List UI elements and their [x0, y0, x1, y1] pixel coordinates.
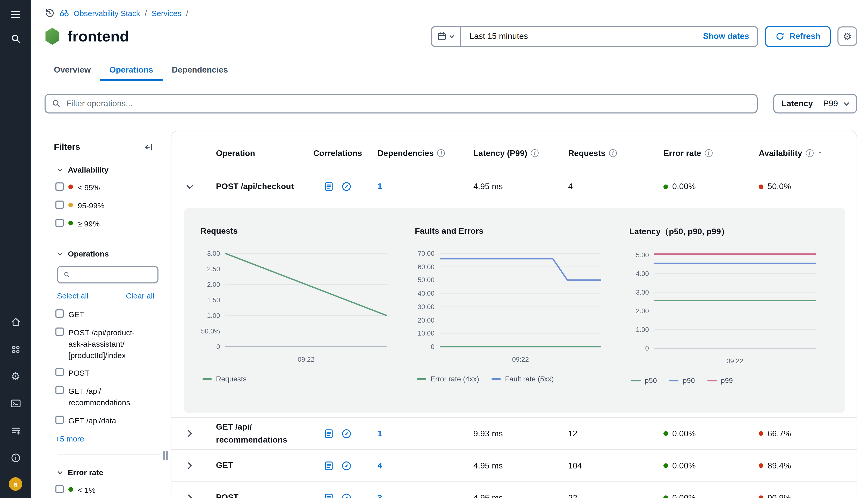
collapse-row-icon[interactable] [172, 183, 208, 191]
filters-section-operations[interactable]: Operations [57, 250, 160, 258]
logs-icon[interactable] [324, 181, 334, 192]
y-axis-tick: 30.00 [418, 303, 435, 311]
status-dot-red [759, 184, 763, 189]
add-widget-icon[interactable] [9, 424, 22, 437]
show-more-link[interactable]: +5 more [55, 434, 84, 443]
filter-operations-input[interactable] [44, 94, 758, 114]
y-axis-tick: 4.00 [636, 270, 649, 277]
filter-option[interactable]: < 1% [55, 485, 160, 496]
breadcrumb-link-services[interactable]: Services [151, 9, 181, 17]
filters-section-error-rate[interactable]: Error rate [57, 468, 160, 477]
history-icon[interactable] [44, 8, 55, 18]
y-axis-tick: 50.00 [418, 276, 435, 284]
apps-icon[interactable] [9, 343, 22, 355]
terminal-icon[interactable] [9, 397, 22, 409]
percentile-select[interactable]: Latency P99 [773, 94, 857, 114]
calendar-button[interactable] [432, 27, 461, 46]
traces-compass-icon[interactable] [341, 181, 352, 192]
legend-item: p50 [631, 376, 657, 384]
tab-dependencies[interactable]: Dependencies [162, 60, 237, 81]
time-range-value[interactable]: Last 15 minutes [461, 31, 703, 41]
checkbox[interactable] [55, 182, 64, 191]
filter-option[interactable]: ≥ 99% [55, 218, 160, 229]
divider [58, 455, 160, 455]
breadcrumb-link-observability-stack[interactable]: Observability Stack [73, 9, 140, 17]
checkbox[interactable] [55, 415, 64, 424]
chevron-down-icon [57, 470, 63, 476]
info-icon[interactable]: i [609, 149, 617, 157]
filter-option[interactable]: POST /​api/​product-ask-ai-assistant/​[p… [55, 327, 160, 361]
logs-icon[interactable] [324, 460, 334, 471]
show-dates-link[interactable]: Show dates [703, 31, 757, 41]
expand-row-icon[interactable] [172, 430, 208, 437]
operation-name: GET [216, 461, 233, 470]
status-dot-green [663, 495, 668, 498]
y-axis-tick: 20.00 [418, 316, 435, 324]
checkbox[interactable] [55, 368, 64, 377]
y-axis-tick: 2.50 [207, 265, 220, 273]
info-icon[interactable]: i [531, 149, 539, 157]
latency-percentiles-chart: Latency（p50, p90, p99） 5.004.003.002.001… [628, 226, 820, 413]
traces-compass-icon[interactable] [341, 428, 352, 439]
column-latency: Latency (P99)i [462, 148, 557, 158]
chart-legend: Requests [203, 375, 391, 383]
info-icon[interactable]: i [437, 149, 445, 157]
y-axis-tick: 1.50 [207, 296, 220, 304]
tab-overview[interactable]: Overview [44, 60, 100, 81]
percentile-value: P99 [823, 99, 838, 108]
y-axis-tick: 2.00 [636, 307, 649, 315]
traces-compass-icon[interactable] [341, 460, 352, 471]
chevron-down-icon [449, 34, 455, 39]
avatar[interactable]: a [9, 477, 22, 491]
dependencies-link[interactable]: 1 [378, 182, 382, 191]
panel-resize-handle[interactable] [163, 451, 168, 460]
select-all-link[interactable]: Select all [57, 291, 89, 300]
chevron-down-icon [843, 100, 850, 107]
checkbox[interactable] [55, 310, 64, 318]
gear-icon[interactable]: ⚙ [9, 370, 22, 382]
settings-gear-icon[interactable]: ⚙ [838, 26, 857, 46]
filter-option[interactable]: 95-99% [55, 200, 160, 211]
availability-value: 90.9% [768, 493, 791, 498]
info-icon[interactable]: i [806, 149, 814, 157]
filter-option[interactable]: POST [55, 368, 160, 379]
checkbox[interactable] [55, 485, 64, 494]
expand-row-icon[interactable] [172, 494, 208, 498]
checkbox[interactable] [55, 200, 64, 209]
filters-section-availability[interactable]: Availability [57, 165, 160, 174]
checkbox[interactable] [55, 386, 64, 394]
logs-icon[interactable] [324, 493, 334, 498]
y-axis-tick: 40.00 [418, 289, 435, 297]
dependencies-link[interactable]: 3 [378, 493, 382, 498]
traces-compass-icon[interactable] [341, 493, 352, 498]
logs-icon[interactable] [324, 428, 334, 439]
clear-all-link[interactable]: Clear all [126, 291, 154, 300]
info-icon[interactable]: i [705, 149, 713, 157]
home-icon[interactable] [9, 316, 22, 328]
menu-icon[interactable] [9, 8, 22, 21]
app-root: ⚙ a Observability Stack / Services / [0, 0, 868, 498]
filter-operations-search [44, 94, 758, 114]
dependencies-link[interactable]: 1 [378, 429, 382, 437]
search-icon[interactable] [9, 32, 22, 44]
filter-option[interactable]: GET [55, 309, 160, 320]
checkbox[interactable] [55, 219, 64, 227]
column-availability[interactable]: Availabilityi↑ [747, 148, 857, 158]
info-icon[interactable] [9, 451, 22, 464]
collapse-panel-icon[interactable] [144, 143, 153, 152]
operations-search-input[interactable] [74, 270, 152, 280]
tab-operations[interactable]: Operations [100, 60, 162, 81]
dependencies-link[interactable]: 4 [378, 461, 382, 470]
filters-panel: Filters Availability < 95% [44, 131, 160, 498]
y-axis-tick: 1.00 [207, 312, 220, 319]
filter-option[interactable]: < 95% [55, 182, 160, 193]
column-error-rate: Error ratei [652, 148, 747, 158]
filter-option[interactable]: GET /​api/​recommendations [55, 385, 160, 408]
filter-option[interactable]: GET /​api/​data [55, 415, 160, 426]
y-axis-tick: 2.00 [207, 280, 220, 288]
checkbox[interactable] [55, 328, 64, 336]
search-icon [63, 271, 70, 279]
operation-name: GET /​api/​recommendations [216, 422, 287, 444]
expand-row-icon[interactable] [172, 462, 208, 470]
refresh-button[interactable]: Refresh [765, 26, 831, 47]
